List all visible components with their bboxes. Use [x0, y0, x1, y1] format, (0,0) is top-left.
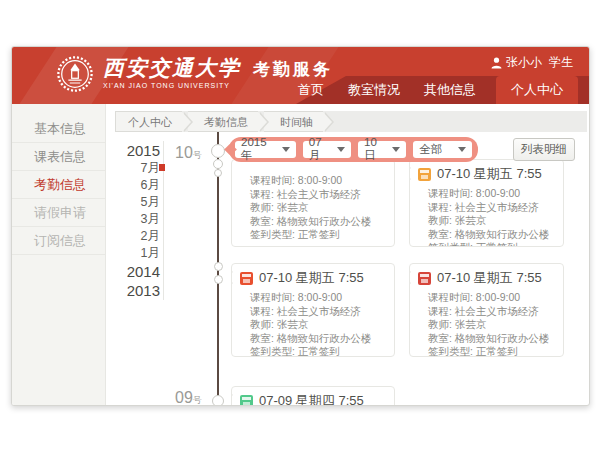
- calendar-icon: [240, 395, 253, 407]
- list-detail-button[interactable]: 列表明细: [513, 138, 575, 161]
- card-field: 课程时间: 8:00-9:00: [428, 291, 557, 305]
- sidebar-item-leave-request[interactable]: 请假申请: [12, 199, 105, 227]
- user-role: 学生: [549, 54, 573, 71]
- nav-home[interactable]: 首页: [286, 76, 336, 104]
- day-select-value: 10日: [364, 136, 388, 163]
- timeline-node: [212, 395, 224, 406]
- card-header: 07-10 星期五 7:55: [410, 264, 563, 289]
- card-field: 签到类型: 正常签到: [250, 228, 388, 242]
- university-logo-icon: [56, 55, 94, 93]
- card-field: 教室: 格物致知行政办公楼: [428, 228, 557, 242]
- month-nav-2014[interactable]: 2014: [112, 262, 160, 281]
- card-header: 07-09 星期四 7:55: [232, 387, 394, 406]
- card-field: 课程: 社会主义市场经济: [428, 305, 557, 319]
- month-nav-june[interactable]: 6月: [112, 177, 160, 194]
- nav-other-info[interactable]: 其他信息: [412, 76, 488, 104]
- card-fields: 课程时间: 8:00-9:00 课程: 社会主义市场经济 教师: 张芸京 教室:…: [410, 185, 563, 247]
- day-label-09: 09号: [175, 389, 202, 406]
- month-nav-july[interactable]: 7月: [112, 160, 160, 177]
- timeline-node: [211, 144, 225, 158]
- main-nav: 首页 教室情况 其他信息 个人中心: [286, 76, 589, 104]
- caret-down-icon: [392, 147, 400, 152]
- type-select-value: 全部: [419, 142, 442, 157]
- nav-classrooms[interactable]: 教室情况: [336, 76, 412, 104]
- breadcrumb-timeline[interactable]: 时间轴: [264, 111, 323, 132]
- card-title: 07-09 星期四 7:55: [259, 392, 364, 406]
- card-field: 课程时间: 8:00-9:00: [250, 291, 388, 305]
- attendance-card: 07-10 星期五 7:55 课程时间: 8:00-9:00 课程: 社会主义市…: [409, 159, 564, 247]
- card-field: 签到类型: 正常签到: [250, 345, 388, 357]
- month-nav-january[interactable]: 1月: [112, 245, 160, 262]
- card-title: 07-10 星期五 7:55: [437, 165, 542, 183]
- day-select[interactable]: 10日: [358, 141, 406, 158]
- card-title: 07-10 星期五 7:55: [259, 269, 364, 287]
- timeline-month-nav: 2015 7月 6月 5月 3月 2月 1月 2014 2013: [112, 141, 160, 300]
- day-suffix: 号: [193, 395, 202, 405]
- card-header: 07-10 星期五 7:55: [410, 160, 563, 185]
- sidebar-item-schedule-info[interactable]: 课表信息: [12, 143, 105, 171]
- card-field: 教师: 张芸京: [250, 318, 388, 332]
- user-info[interactable]: 张小小 学生: [491, 54, 573, 71]
- card-field: 课程时间: 8:00-9:00: [428, 187, 557, 201]
- month-select[interactable]: 07月: [303, 141, 351, 158]
- header-banner: 西安交通大学 XI'AN JIAO TONG UNIVERSITY 考勤服务 张…: [12, 47, 589, 104]
- page-background: 西安交通大学 XI'AN JIAO TONG UNIVERSITY 考勤服务 张…: [0, 0, 600, 450]
- day-number: 10: [175, 144, 193, 161]
- card-fields: 课程时间: 8:00-9:00 课程: 社会主义市场经济 教师: 张芸京 教室:…: [410, 289, 563, 357]
- year-select-value: 2015年: [241, 136, 278, 163]
- breadcrumb: 个人中心 考勤信息 时间轴: [115, 111, 587, 132]
- filter-bar: 2015年 07月 10日 全部: [229, 137, 478, 162]
- breadcrumb-personal-center[interactable]: 个人中心: [115, 111, 182, 132]
- attendance-card: 07-09 星期四 7:55: [231, 386, 395, 406]
- nav-personal-center-active-tab[interactable]: 个人中心: [496, 76, 578, 104]
- card-field: 教师: 张芸京: [428, 318, 557, 332]
- timeline-node: [214, 169, 222, 177]
- calendar-icon: [418, 168, 431, 181]
- card-field: 签到类型: 正常签到: [428, 345, 557, 357]
- app-window: 西安交通大学 XI'AN JIAO TONG UNIVERSITY 考勤服务 张…: [11, 46, 590, 406]
- breadcrumb-attendance-info[interactable]: 考勤信息: [188, 111, 258, 132]
- card-fields: 课程时间: 8:00-9:00 课程: 社会主义市场经济 教师: 张芸京 教室:…: [232, 289, 394, 357]
- timeline-node: [214, 262, 223, 271]
- month-nav-2015[interactable]: 2015: [112, 141, 160, 160]
- card-title: 07-10 星期五 7:55: [437, 269, 542, 287]
- caret-down-icon: [458, 147, 466, 152]
- brand-text: 西安交通大学 XI'AN JIAO TONG UNIVERSITY: [103, 55, 241, 89]
- sidebar-item-subscription-info[interactable]: 订阅信息: [12, 227, 105, 255]
- calendar-icon: [240, 272, 253, 285]
- month-nav-march[interactable]: 3月: [112, 211, 160, 228]
- sidebar-item-basic-info[interactable]: 基本信息: [12, 115, 105, 143]
- month-nav-2013[interactable]: 2013: [112, 281, 160, 300]
- university-name: 西安交通大学: [103, 55, 241, 81]
- type-select[interactable]: 全部: [413, 141, 472, 158]
- calendar-icon: [418, 272, 431, 285]
- card-header: 07-10 星期五 7:55: [232, 264, 394, 289]
- day-suffix: 号: [193, 150, 202, 160]
- month-nav-february[interactable]: 2月: [112, 228, 160, 245]
- day-number: 09: [175, 389, 193, 406]
- card-field: 课程: 社会主义市场经济: [428, 201, 557, 215]
- card-field: 教室: 格物致知行政办公楼: [428, 332, 557, 346]
- card-field: 课程时间: 8:00-9:00: [250, 174, 388, 188]
- attendance-card: 07-10 星期五 7:55 课程时间: 8:00-9:00 课程: 社会主义市…: [409, 263, 564, 357]
- sidebar-item-attendance-info[interactable]: 考勤信息: [12, 171, 105, 199]
- sidebar: 基本信息 课表信息 考勤信息 请假申请 订阅信息: [12, 104, 106, 405]
- user-icon: [491, 57, 502, 69]
- month-nav-may[interactable]: 5月: [112, 194, 160, 211]
- card-field: 教室: 格物致知行政办公楼: [250, 332, 388, 346]
- caret-down-icon: [337, 147, 345, 152]
- card-field: 签到类型: 正常签到: [428, 241, 557, 247]
- card-field: 教室: 格物致知行政办公楼: [250, 215, 388, 229]
- attendance-card: 课程时间: 8:00-9:00 课程: 社会主义市场经济 教师: 张芸京 教室:…: [231, 159, 395, 247]
- user-name: 张小小: [506, 54, 542, 71]
- timeline-node: [213, 159, 223, 169]
- university-name-en: XI'AN JIAO TONG UNIVERSITY: [103, 82, 241, 89]
- card-field: 课程: 社会主义市场经济: [250, 188, 388, 202]
- card-fields: 课程时间: 8:00-9:00 课程: 社会主义市场经济 教师: 张芸京 教室:…: [232, 160, 394, 246]
- day-label-10: 10号: [175, 144, 202, 162]
- year-select[interactable]: 2015年: [235, 141, 296, 158]
- timeline-node: [214, 275, 223, 284]
- caret-down-icon: [282, 147, 290, 152]
- card-field: 课程: 社会主义市场经济: [250, 305, 388, 319]
- month-select-value: 07月: [309, 136, 333, 163]
